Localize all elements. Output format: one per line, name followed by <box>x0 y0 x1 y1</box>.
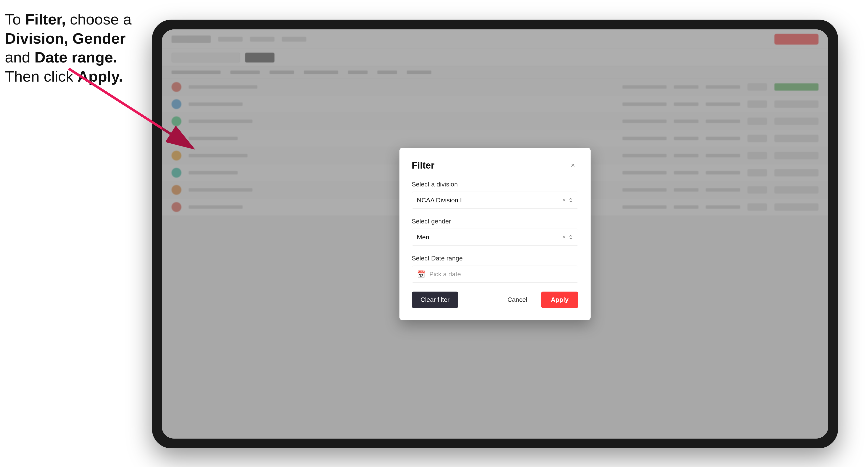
filter-modal: Filter × Select a division NCAA Division… <box>399 148 591 320</box>
modal-overlay: Filter × Select a division NCAA Division… <box>162 29 828 439</box>
calendar-icon: 📅 <box>417 270 426 278</box>
instruction-block: To Filter, choose a Division, Gender and… <box>5 10 142 86</box>
date-label: Select Date range <box>412 255 578 262</box>
date-placeholder: Pick a date <box>429 271 461 278</box>
select-icons: × <box>562 197 573 204</box>
date-picker[interactable]: 📅 Pick a date <box>412 266 578 283</box>
division-chevron-icon <box>568 198 573 203</box>
tablet-frame: Filter × Select a division NCAA Division… <box>152 20 838 448</box>
date-form-group: Select Date range 📅 Pick a date <box>412 255 578 283</box>
modal-close-button[interactable]: × <box>567 160 578 171</box>
division-clear-icon[interactable]: × <box>562 197 566 204</box>
gender-select[interactable]: Men × <box>412 228 578 246</box>
modal-title: Filter <box>412 160 434 171</box>
gender-clear-icon[interactable]: × <box>562 234 566 241</box>
instruction-then: Then click Apply. <box>5 68 123 85</box>
instruction-and: and Date range. <box>5 49 117 66</box>
apply-button[interactable]: Apply <box>541 291 578 308</box>
gender-chevron-icon <box>568 235 573 240</box>
gender-selected-value: Men <box>417 234 562 241</box>
division-label: Select a division <box>412 181 578 188</box>
tablet-screen: Filter × Select a division NCAA Division… <box>162 29 828 439</box>
division-selected-value: NCAA Division I <box>417 196 562 204</box>
modal-footer-right: Cancel Apply <box>499 291 578 308</box>
instruction-division-gender: Division, Gender <box>5 30 126 47</box>
modal-footer: Clear filter Cancel Apply <box>412 291 578 308</box>
modal-header: Filter × <box>412 160 578 171</box>
clear-filter-button[interactable]: Clear filter <box>412 291 458 308</box>
cancel-button[interactable]: Cancel <box>499 291 536 308</box>
gender-form-group: Select gender Men × <box>412 218 578 246</box>
division-form-group: Select a division NCAA Division I × <box>412 181 578 209</box>
gender-label: Select gender <box>412 218 578 225</box>
instruction-line1: To Filter, choose a <box>5 11 132 28</box>
select-icons: × <box>562 234 573 241</box>
division-select[interactable]: NCAA Division I × <box>412 192 578 209</box>
